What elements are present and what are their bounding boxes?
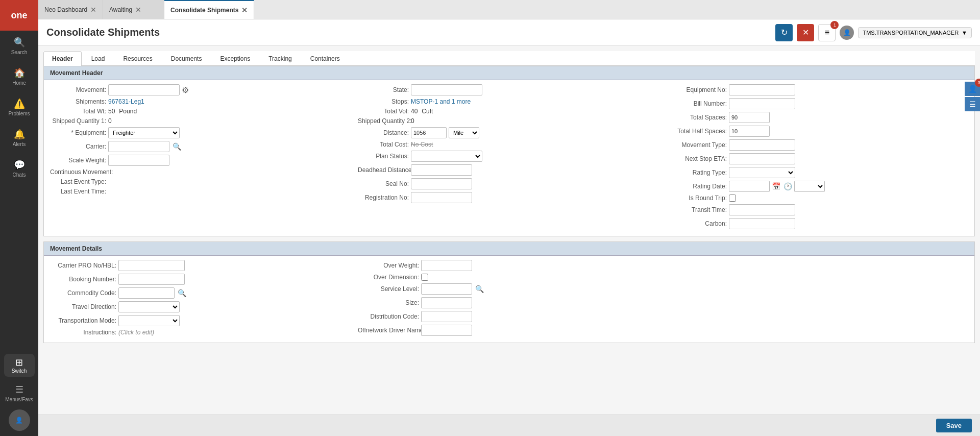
service-level-input[interactable]	[421, 283, 472, 295]
bill-number-input[interactable]	[729, 98, 795, 109]
deadhead-input[interactable]	[411, 164, 472, 176]
tab-consolidate-shipments[interactable]: Consolidate Shipments ✕	[164, 0, 254, 19]
sidebar-item-menus[interactable]: ☰ Menus/Favs	[0, 381, 38, 405]
sidebar-item-search[interactable]: 🔍 Search	[0, 31, 38, 61]
row-instructions: Instructions: (Click to edit)	[50, 329, 353, 336]
settings-icon[interactable]: ⚙	[182, 85, 189, 95]
row-carrier: Carrier: 🔍	[50, 141, 353, 152]
row-shipped-qty1: Shipped Quantity 1: 0	[50, 117, 353, 125]
shipments-link[interactable]: 967631-Leg1	[108, 98, 144, 105]
tab-consolidate-close[interactable]: ✕	[241, 7, 248, 14]
tab-awaiting[interactable]: Awaiting ✕	[103, 0, 164, 19]
offnetwork-driver-input[interactable]	[421, 325, 472, 336]
user-dropdown[interactable]: TMS.TRANSPORTATION_MANAGER ▼	[858, 27, 972, 38]
tab-load[interactable]: Load	[83, 51, 114, 66]
carbon-input[interactable]	[729, 218, 795, 229]
refresh-button[interactable]: ↻	[775, 24, 793, 41]
transit-time-input[interactable]	[729, 204, 795, 215]
sidebar-item-home[interactable]: 🏠 Home	[0, 61, 38, 92]
tab-containers[interactable]: Containers	[302, 51, 349, 66]
row-transportation-mode: Transportation Mode:	[50, 315, 353, 326]
commodity-search-btn[interactable]: 🔍	[177, 289, 187, 297]
movement-header-panel: Movement Header Movement: ⚙ Shipments: 9…	[43, 66, 975, 236]
registration-input[interactable]	[411, 192, 472, 203]
size-input[interactable]	[421, 297, 472, 308]
close-button[interactable]: ✕	[797, 24, 814, 41]
carrier-search-btn[interactable]: 🔍	[172, 142, 182, 151]
sidebar-item-chats[interactable]: 💬 Chats	[0, 153, 38, 184]
total-half-spaces-input[interactable]	[729, 126, 770, 137]
calendar-icon[interactable]: 📅	[771, 182, 781, 190]
total-cost-value: No Cost	[411, 141, 433, 148]
next-stop-eta-input[interactable]	[729, 153, 795, 164]
switch-icon: ⊞	[15, 357, 23, 368]
plan-status-select[interactable]	[411, 151, 482, 162]
total-spaces-input[interactable]	[729, 112, 770, 123]
right-list-btn[interactable]: ☰	[965, 97, 980, 111]
content-area: Header Load Resources Documents Exceptio…	[38, 46, 980, 415]
carrier-input[interactable]	[108, 141, 169, 152]
sidebar-item-problems[interactable]: ⚠️ Problems	[0, 92, 38, 123]
movement-type-input[interactable]	[729, 139, 795, 151]
save-button[interactable]: Save	[936, 419, 972, 432]
tab-header[interactable]: Header	[43, 51, 82, 66]
scale-weight-input[interactable]	[108, 155, 169, 166]
tab-tracking[interactable]: Tracking	[260, 51, 301, 66]
tab-documents[interactable]: Documents	[162, 51, 211, 66]
row-deadhead: Deadhead Distance:	[358, 164, 660, 176]
next-stop-eta-label: Next Stop ETA:	[666, 155, 727, 162]
sidebar-item-alerts[interactable]: 🔔 Alerts	[0, 123, 38, 153]
row-shipped-qty2: Shipped Quantity 2: 0	[358, 117, 660, 125]
row-stops: Stops: MSTOP-1 and 1 more	[358, 98, 660, 105]
distribution-code-input[interactable]	[421, 311, 472, 322]
over-dimension-checkbox[interactable]	[421, 274, 428, 281]
user-avatar: 👤	[840, 26, 854, 40]
tab-awaiting-close[interactable]: ✕	[135, 6, 141, 13]
tab-neo-dashboard-close[interactable]: ✕	[90, 6, 96, 13]
service-level-label: Service Level:	[358, 285, 419, 293]
rating-type-select[interactable]	[729, 167, 795, 178]
sidebar: one 🔍 Search 🏠 Home ⚠️ Problems 🔔 Alerts…	[0, 0, 38, 436]
rating-date-input[interactable]	[729, 181, 770, 192]
tab-bar: Neo Dashboard ✕ Awaiting ✕ Consolidate S…	[38, 0, 980, 19]
row-distance: Distance: Mile	[358, 127, 660, 138]
row-total-vol: Total Vol: 40 Cuft	[358, 108, 660, 115]
app-logo[interactable]: one	[0, 0, 38, 31]
transit-time-label: Transit Time:	[666, 206, 727, 213]
clock-icon[interactable]: 🕐	[782, 182, 793, 190]
row-state: State:	[358, 84, 660, 95]
instructions-value[interactable]: (Click to edit)	[118, 329, 154, 336]
user-avatar-sidebar[interactable]: 👤	[9, 409, 30, 431]
over-weight-input[interactable]	[421, 260, 472, 271]
carrier-pro-input[interactable]	[118, 260, 185, 271]
total-vol-value: 40	[411, 108, 418, 115]
tab-exceptions[interactable]: Exceptions	[211, 51, 259, 66]
movement-input[interactable]	[108, 84, 180, 95]
transportation-mode-select[interactable]	[118, 315, 180, 326]
tab-neo-dashboard[interactable]: Neo Dashboard ✕	[38, 0, 103, 19]
stops-link[interactable]: MSTOP-1 and 1 more	[411, 98, 471, 105]
distance-input[interactable]	[411, 127, 447, 138]
rating-date-tz[interactable]	[794, 181, 825, 192]
mh-col3: Equipment No: Bill Number: Total Spaces:	[666, 84, 968, 232]
seal-no-label: Seal No:	[358, 180, 409, 187]
notification-area: ≡ 1	[818, 24, 836, 41]
mh-col2: State: Stops: MSTOP-1 and 1 more Total V…	[358, 84, 660, 232]
tab-resources[interactable]: Resources	[114, 51, 161, 66]
total-wt-value: 50	[108, 108, 115, 115]
menus-icon: ☰	[15, 384, 23, 395]
distance-unit-select[interactable]: Mile	[449, 127, 479, 138]
service-level-search-btn[interactable]: 🔍	[474, 285, 485, 293]
seal-no-input[interactable]	[411, 178, 472, 189]
stops-label: Stops:	[358, 98, 409, 105]
booking-number-input[interactable]	[118, 274, 185, 285]
booking-number-label: Booking Number:	[50, 276, 116, 283]
switch-button[interactable]: ⊞ Switch	[4, 354, 35, 377]
commodity-code-input[interactable]	[118, 287, 175, 299]
equipment-no-input[interactable]	[729, 84, 795, 95]
travel-direction-select[interactable]	[118, 301, 180, 312]
movement-header-grid: Movement: ⚙ Shipments: 967631-Leg1 Total…	[50, 84, 968, 232]
is-round-trip-checkbox[interactable]	[729, 195, 736, 202]
equipment-select[interactable]: Freighter	[108, 127, 180, 138]
state-input[interactable]	[411, 84, 482, 95]
